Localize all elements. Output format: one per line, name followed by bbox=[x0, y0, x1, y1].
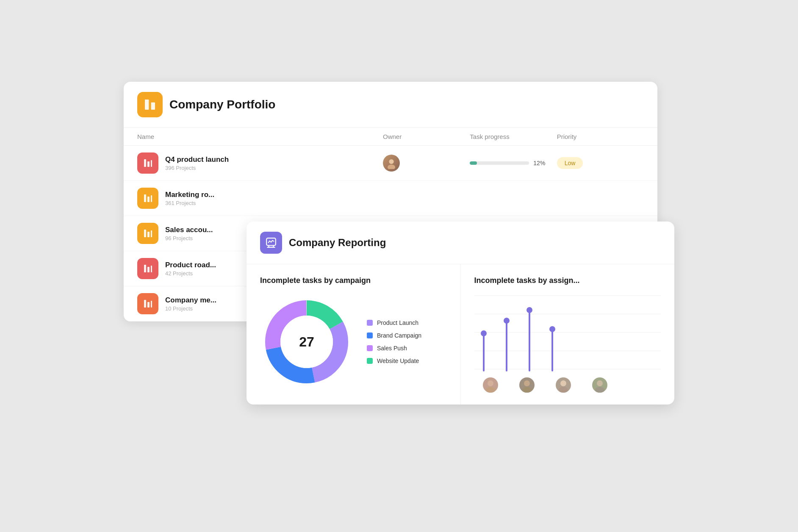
svg-rect-0 bbox=[145, 100, 149, 110]
legend-label-sales-push: Sales Push bbox=[377, 345, 407, 352]
donut-chart-section: Incomplete tasks by campaign bbox=[247, 264, 461, 405]
col-priority: Priority bbox=[557, 133, 644, 140]
legend-label-product-launch: Product Launch bbox=[377, 319, 418, 326]
progress-value: 12% bbox=[533, 160, 545, 166]
col-owner: Owner bbox=[383, 133, 470, 140]
svg-rect-9 bbox=[151, 195, 152, 202]
donut-wrapper: 27 bbox=[260, 295, 353, 388]
col-name: Name bbox=[137, 133, 383, 140]
bar-chart-section: Incomplete tasks by assign... bbox=[461, 264, 675, 405]
svg-rect-11 bbox=[147, 232, 150, 237]
row-sub: 96 Projects bbox=[165, 235, 213, 241]
bar-col-4 bbox=[551, 329, 553, 371]
progress-cell: 12% bbox=[470, 160, 557, 166]
legend-color-brand-campaign bbox=[367, 332, 373, 338]
legend-color-website-update bbox=[367, 358, 373, 364]
donut-center-value: 27 bbox=[299, 334, 314, 350]
row-icon-red bbox=[137, 152, 158, 174]
legend-item-sales-push: Sales Push bbox=[367, 345, 421, 352]
table-row[interactable]: Marketing ro... 361 Projects bbox=[124, 181, 657, 216]
svg-rect-13 bbox=[144, 265, 146, 272]
bar-col-2 bbox=[506, 321, 507, 371]
bar-avatars bbox=[483, 377, 607, 393]
row-title: Q4 product launch bbox=[165, 155, 229, 164]
row-title: Marketing ro... bbox=[165, 191, 214, 199]
portfolio-header: Company Portfolio bbox=[124, 82, 657, 128]
svg-rect-2 bbox=[144, 159, 146, 167]
reporting-body: Incomplete tasks by campaign bbox=[247, 264, 674, 405]
table-header: Name Owner Task progress Priority bbox=[124, 128, 657, 146]
donut-chart-title: Incomplete tasks by campaign bbox=[260, 276, 447, 285]
row-name-cell: Q4 product launch 396 Projects bbox=[137, 152, 383, 174]
bar-avatar-3 bbox=[556, 377, 571, 393]
reporting-icon bbox=[260, 232, 282, 254]
row-sub: 10 Projects bbox=[165, 305, 216, 312]
table-row[interactable]: Q4 product launch 396 Projects bbox=[124, 146, 657, 181]
scene: Company Portfolio Name Owner Task progre… bbox=[124, 82, 674, 450]
priority-cell: Low bbox=[557, 157, 644, 169]
avatar bbox=[383, 155, 400, 172]
reporting-card: Company Reporting Incomplete tasks by ca… bbox=[247, 222, 674, 405]
svg-point-28 bbox=[524, 380, 530, 386]
reporting-header: Company Reporting bbox=[247, 222, 674, 264]
owner-cell bbox=[383, 155, 470, 172]
legend-label-brand-campaign: Brand Campaign bbox=[377, 332, 421, 339]
row-name-cell: Marketing ro... 361 Projects bbox=[137, 188, 383, 209]
legend-item-website-update: Website Update bbox=[367, 357, 421, 364]
svg-point-30 bbox=[560, 380, 566, 386]
legend-item-brand-campaign: Brand Campaign bbox=[367, 332, 421, 339]
legend-label-website-update: Website Update bbox=[377, 357, 419, 364]
row-sub: 396 Projects bbox=[165, 165, 229, 171]
svg-rect-4 bbox=[151, 160, 152, 167]
progress-bar bbox=[470, 161, 529, 165]
svg-point-29 bbox=[522, 387, 532, 393]
svg-rect-16 bbox=[144, 300, 146, 308]
bar-avatar-2 bbox=[519, 377, 535, 393]
portfolio-title: Company Portfolio bbox=[169, 98, 275, 111]
bar-col-1 bbox=[483, 333, 485, 371]
donut-legend: Product Launch Brand Campaign Sales Push bbox=[367, 319, 421, 364]
svg-rect-18 bbox=[151, 301, 152, 308]
bar-col-3 bbox=[529, 310, 530, 371]
svg-point-31 bbox=[559, 387, 568, 393]
svg-rect-7 bbox=[144, 194, 146, 202]
row-title: Product road... bbox=[165, 261, 216, 269]
svg-rect-3 bbox=[147, 161, 150, 167]
legend-color-product-launch bbox=[367, 320, 373, 326]
svg-rect-12 bbox=[151, 230, 152, 237]
svg-rect-8 bbox=[147, 197, 150, 202]
reporting-title: Company Reporting bbox=[289, 237, 386, 249]
svg-rect-17 bbox=[147, 302, 150, 308]
svg-rect-10 bbox=[144, 230, 146, 237]
row-icon-yellow bbox=[137, 223, 158, 244]
svg-point-27 bbox=[486, 387, 495, 393]
svg-point-26 bbox=[488, 380, 493, 386]
bar-avatar-4 bbox=[592, 377, 607, 393]
row-icon-yellow bbox=[137, 188, 158, 209]
svg-point-33 bbox=[595, 387, 604, 393]
row-icon-orange bbox=[137, 293, 158, 314]
row-title: Company me... bbox=[165, 296, 216, 305]
col-progress: Task progress bbox=[470, 133, 557, 140]
svg-point-6 bbox=[388, 165, 395, 169]
row-sub: 361 Projects bbox=[165, 200, 214, 206]
svg-rect-1 bbox=[151, 103, 155, 110]
svg-rect-15 bbox=[151, 266, 152, 272]
svg-rect-14 bbox=[147, 267, 150, 272]
svg-point-32 bbox=[597, 380, 603, 386]
priority-badge: Low bbox=[557, 157, 583, 169]
portfolio-icon bbox=[137, 92, 163, 117]
bar-chart-area bbox=[474, 295, 661, 393]
bar-chart-title: Incomplete tasks by assign... bbox=[474, 276, 661, 285]
bar-avatar-1 bbox=[483, 377, 498, 393]
chart-content: 27 Product Launch Brand Campaign bbox=[260, 295, 447, 388]
svg-point-5 bbox=[389, 159, 393, 164]
legend-color-sales-push bbox=[367, 345, 373, 351]
row-icon-red bbox=[137, 258, 158, 279]
row-sub: 42 Projects bbox=[165, 270, 216, 277]
legend-item-product-launch: Product Launch bbox=[367, 319, 421, 326]
row-title: Sales accou... bbox=[165, 226, 213, 234]
